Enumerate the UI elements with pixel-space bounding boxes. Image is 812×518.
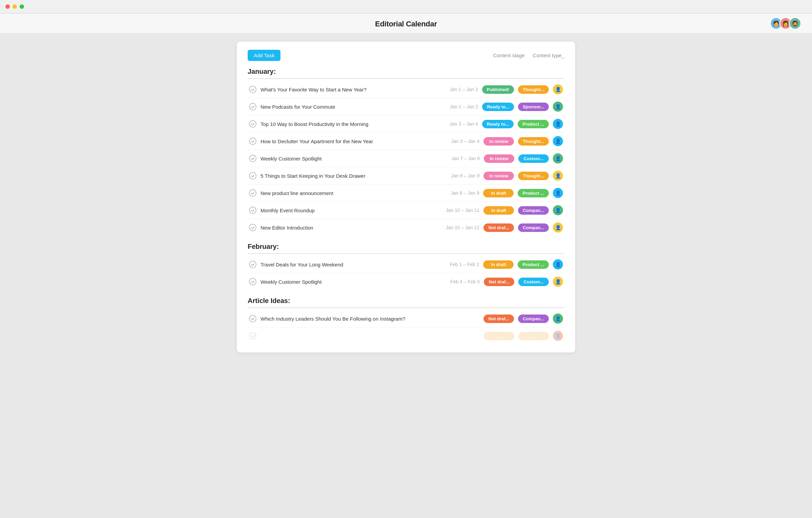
sections-container: January: What's Your Favorite Way to Sta… — [248, 68, 564, 344]
content-type-tag[interactable]: Product ... — [518, 189, 549, 197]
svg-point-12 — [249, 332, 256, 339]
content-type-tag[interactable]: Compan... — [518, 206, 549, 215]
status-badge[interactable]: In draft — [483, 260, 514, 269]
minimize-button[interactable] — [13, 4, 17, 9]
status-badge[interactable]: In draft — [483, 189, 514, 197]
svg-point-0 — [249, 86, 256, 93]
content-type-tag[interactable]: Product ... — [518, 260, 549, 269]
avatar[interactable]: 👤 — [553, 102, 563, 112]
avatar[interactable]: 👤 — [553, 153, 563, 164]
avatar[interactable]: 👤 — [553, 188, 563, 198]
content-type-tag[interactable]: Product ... — [518, 120, 549, 128]
content-type-tag[interactable]: Custom... — [518, 154, 549, 163]
svg-point-6 — [249, 190, 256, 196]
task-date: Jan 10 – Jan 11 — [439, 225, 479, 230]
status-badge[interactable]: Ready to... — [482, 103, 514, 111]
table-row[interactable]: 5 Things to Start Keeping in Your Desk D… — [248, 167, 564, 185]
avatar-user-3[interactable]: 🧔 — [789, 17, 801, 29]
status-badge[interactable]: Ready to... — [482, 120, 514, 128]
check-icon — [249, 103, 256, 110]
check-icon — [249, 224, 256, 231]
section-february: February: Travel Deals for Your Long Wee… — [248, 243, 564, 290]
check-icon — [249, 120, 256, 128]
content-type-tag[interactable]: Compan... — [518, 223, 549, 232]
avatar[interactable]: 👤 — [553, 136, 563, 146]
table-row[interactable]: New Podcasts for Your CommuteJan 1 – Jan… — [248, 98, 564, 115]
content-type-tag[interactable]: Thought... — [518, 137, 549, 146]
toolbar: Add Task Content stage Content type_ — [248, 50, 564, 61]
user-avatars: 🧑 👩 🧔 — [770, 17, 801, 29]
table-row[interactable]: What's Your Favorite Way to Start a New … — [248, 81, 564, 98]
section-header-article-ideas: Article Ideas: — [248, 297, 564, 308]
check-icon — [249, 207, 256, 214]
table-row[interactable]: How to Declutter Your Apartment for the … — [248, 133, 564, 150]
task-list-january: What's Your Favorite Way to Start a New … — [248, 81, 564, 236]
task-date: Jan 3 – Jan 4 — [437, 121, 478, 127]
section-january: January: What's Your Favorite Way to Sta… — [248, 68, 564, 236]
svg-point-3 — [249, 138, 256, 145]
task-date: Feb 4 – Feb 5 — [439, 279, 480, 284]
status-badge[interactable]: In review — [483, 172, 514, 180]
status-badge[interactable]: In draft — [483, 206, 514, 215]
status-badge[interactable]: Not draf... — [483, 315, 514, 323]
avatar[interactable]: 👤 — [553, 84, 563, 94]
content-stage-filter[interactable]: Content stage — [493, 52, 524, 58]
svg-point-1 — [249, 103, 256, 110]
status-badge[interactable]: Not draf... — [484, 278, 514, 286]
content-type-tag[interactable]: Custom... — [518, 278, 549, 286]
status-badge: ... — [484, 332, 514, 340]
status-badge[interactable]: In review — [484, 154, 514, 163]
check-icon — [249, 155, 256, 162]
check-icon — [249, 278, 256, 285]
svg-point-9 — [249, 261, 256, 268]
app-title: Editorial Calendar — [375, 20, 437, 28]
table-row[interactable]: New Editor IntroductionJan 10 – Jan 11No… — [248, 219, 564, 236]
table-row: ... ... 👤 — [248, 327, 564, 344]
status-badge[interactable]: In review — [483, 137, 514, 146]
section-article-ideas: Article Ideas: Which Industry Leaders Sh… — [248, 297, 564, 344]
svg-point-4 — [249, 155, 256, 162]
avatar: 👤 — [553, 331, 563, 341]
task-name: How to Declutter Your Apartment for the … — [261, 138, 435, 144]
task-list-article-ideas: Which Industry Leaders Should You Be Fol… — [248, 310, 564, 344]
table-row[interactable]: New product line announcementJan 8 – Jan… — [248, 185, 564, 202]
traffic-lights — [5, 4, 24, 9]
content-type-filter[interactable]: Content type_ — [533, 52, 564, 58]
task-name: Top 10 Way to Boost Productivity in the … — [261, 121, 433, 127]
task-name: New Podcasts for Your Commute — [261, 104, 433, 110]
task-list-february: Travel Deals for Your Long WeekendFeb 1 … — [248, 256, 564, 290]
svg-point-11 — [249, 315, 256, 322]
check-icon — [249, 172, 256, 179]
table-row[interactable]: Weekly Customer SpotlightJan 7 – Jan 8In… — [248, 150, 564, 167]
add-task-button[interactable]: Add Task — [248, 50, 280, 61]
status-badge[interactable]: Published! — [482, 85, 514, 94]
avatar[interactable]: 👤 — [553, 222, 563, 233]
task-name: New product line announcement — [261, 190, 434, 196]
section-title-february: February: — [248, 243, 564, 254]
avatar[interactable]: 👤 — [553, 205, 563, 215]
avatar[interactable]: 👤 — [553, 259, 563, 269]
table-row[interactable]: Top 10 Way to Boost Productivity in the … — [248, 115, 564, 133]
avatar[interactable]: 👤 — [553, 119, 563, 129]
table-row[interactable]: Travel Deals for Your Long WeekendFeb 1 … — [248, 256, 564, 273]
content-type-tag[interactable]: Thought... — [518, 172, 549, 180]
task-date: Jan 8 – Jan 9 — [439, 173, 479, 178]
table-row[interactable]: Monthly Event RoundupJan 10 – Jan 11In d… — [248, 202, 564, 219]
section-title-january: January: — [248, 68, 564, 79]
close-button[interactable] — [5, 4, 10, 9]
content-type-tag[interactable]: Thought... — [518, 85, 549, 94]
avatar[interactable]: 👤 — [553, 277, 563, 287]
svg-point-7 — [249, 207, 256, 214]
check-icon — [249, 261, 256, 268]
content-type-tag[interactable]: Compan... — [518, 315, 549, 323]
fullscreen-button[interactable] — [20, 4, 24, 9]
table-row[interactable]: Weekly Customer SpotlightFeb 4 – Feb 5No… — [248, 273, 564, 290]
app-header: Editorial Calendar 🧑 👩 🧔 — [0, 14, 812, 34]
task-date: Jan 10 – Jan 11 — [439, 208, 479, 213]
section-header-january: January: — [248, 68, 564, 79]
status-badge[interactable]: Not draf... — [483, 223, 514, 232]
avatar[interactable]: 👤 — [553, 314, 563, 324]
content-type-tag[interactable]: Sponsor... — [518, 103, 549, 111]
table-row[interactable]: Which Industry Leaders Should You Be Fol… — [248, 310, 564, 327]
avatar[interactable]: 👤 — [553, 171, 563, 181]
